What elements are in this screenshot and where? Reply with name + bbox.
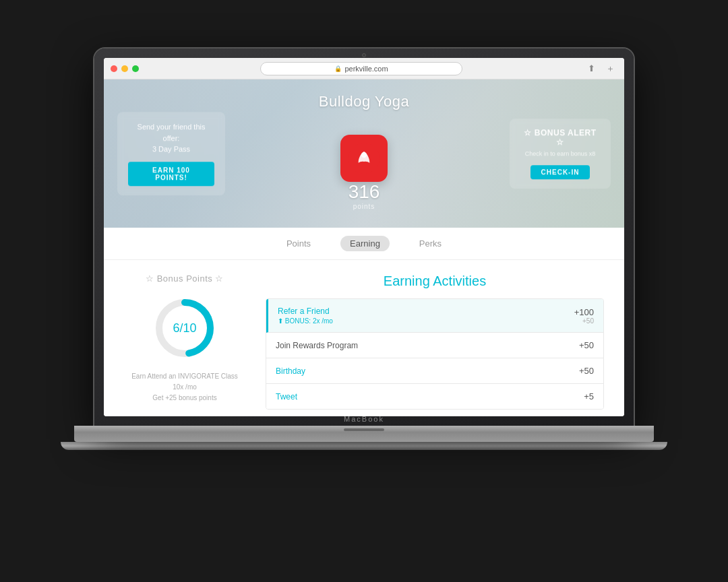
- bonus-points-title: ☆ Bonus Points ☆: [124, 273, 245, 284]
- minimize-btn[interactable]: [121, 65, 128, 72]
- activity-right: +50: [579, 366, 594, 376]
- activity-right: +50: [579, 340, 594, 350]
- activity-right: +100 +50: [574, 307, 594, 325]
- promo-text: Send your friend this offer:3 Day Pass: [128, 121, 214, 155]
- donut-label: 6/10: [173, 321, 196, 335]
- screen-inner: 🔒 perkville.com ⬆ ＋ Bulldog Yoga: [104, 58, 624, 416]
- macbook-base: MacBook: [74, 426, 654, 442]
- bonus-alert-title: ☆ BONUS ALERT ☆: [520, 128, 600, 147]
- bonus-description: Earn Attend an INVIGORATE Class 10x /mo …: [124, 371, 245, 403]
- donut-chart: 6/10: [151, 294, 218, 362]
- hero-logo: [340, 135, 388, 182]
- bonus-alert-subtitle: Check in to earn bonus x8: [520, 150, 600, 158]
- tab-earning[interactable]: Earning: [340, 236, 390, 251]
- hero-points: 316 points: [348, 181, 380, 210]
- bonus-points-panel: ☆ Bonus Points ☆ 6/10 Earn Attend an INV…: [124, 273, 245, 410]
- activity-left: Birthday: [276, 366, 305, 376]
- activity-points: +5: [584, 391, 594, 401]
- browser-actions: ⬆ ＋: [584, 61, 617, 76]
- main-content: ☆ Bonus Points ☆ 6/10 Earn Attend an INV…: [104, 260, 624, 416]
- hero-section: Bulldog Yoga 316 points: [104, 79, 624, 228]
- macbook-wrapper: 🔒 perkville.com ⬆ ＋ Bulldog Yoga: [67, 48, 661, 534]
- bonus-alert-card: ☆ BONUS ALERT ☆ Check in to earn bonus x…: [510, 119, 611, 189]
- earning-activities-title: Earning Activities: [266, 273, 604, 289]
- share-icon[interactable]: ⬆: [584, 61, 599, 76]
- activity-left: Join Rewards Program: [276, 341, 358, 350]
- hero-title: Bulldog Yoga: [319, 93, 409, 110]
- activity-points: +100: [574, 307, 594, 317]
- close-btn[interactable]: [111, 65, 117, 72]
- lock-icon: 🔒: [334, 65, 342, 72]
- activities-list: Refer a Friend ⬆ BONUS: 2x /mo +100 +50: [266, 298, 604, 410]
- promo-card: Send your friend this offer:3 Day Pass E…: [117, 112, 225, 195]
- address-bar[interactable]: 🔒 perkville.com: [260, 62, 462, 75]
- earn-points-button[interactable]: EARN 100 POINTS!: [128, 162, 214, 186]
- camera: [362, 53, 366, 57]
- tabs-bar: Points Earning Perks: [104, 228, 624, 260]
- activity-row: Birthday +50: [266, 358, 603, 384]
- browser-chrome: 🔒 perkville.com ⬆ ＋: [104, 58, 624, 79]
- activity-points: +50: [579, 366, 594, 376]
- macbook-screen: 🔒 perkville.com ⬆ ＋ Bulldog Yoga: [94, 48, 634, 426]
- earning-activities-panel: Earning Activities Refer a Friend ⬆ BONU…: [266, 273, 604, 410]
- activity-name[interactable]: Refer a Friend: [278, 306, 333, 316]
- bookmark-icon[interactable]: ＋: [603, 61, 617, 76]
- activity-points: +50: [579, 340, 594, 350]
- bonus-tag: ⬆ BONUS: 2x /mo: [278, 317, 333, 325]
- page-content: Bulldog Yoga 316 points: [104, 79, 624, 416]
- bonus-points-tag: +50: [574, 317, 594, 325]
- activity-row: Tweet +5: [266, 384, 603, 409]
- activity-left: Refer a Friend ⬆ BONUS: 2x /mo: [278, 306, 333, 325]
- points-label: points: [348, 203, 380, 210]
- activity-row: Refer a Friend ⬆ BONUS: 2x /mo +100 +50: [266, 299, 603, 333]
- activity-row: Join Rewards Program +50: [266, 333, 603, 358]
- brand-logo-icon: [347, 141, 381, 175]
- checkin-button[interactable]: CHECK-IN: [530, 165, 590, 179]
- tab-points[interactable]: Points: [277, 236, 320, 251]
- activity-name[interactable]: Birthday: [276, 366, 305, 376]
- macbook-foot: [61, 442, 667, 450]
- activity-name[interactable]: Tweet: [276, 392, 297, 401]
- macbook-label: MacBook: [344, 415, 384, 423]
- activity-left: Tweet: [276, 392, 297, 401]
- tab-perks[interactable]: Perks: [410, 236, 451, 251]
- svg-point-1: [361, 152, 367, 158]
- maximize-btn[interactable]: [132, 65, 139, 72]
- activity-name: Join Rewards Program: [276, 341, 358, 350]
- points-number: 316: [348, 181, 380, 203]
- url-text: perkville.com: [344, 65, 388, 73]
- activity-right: +5: [584, 391, 594, 401]
- browser-address: 🔒 perkville.com: [143, 62, 580, 75]
